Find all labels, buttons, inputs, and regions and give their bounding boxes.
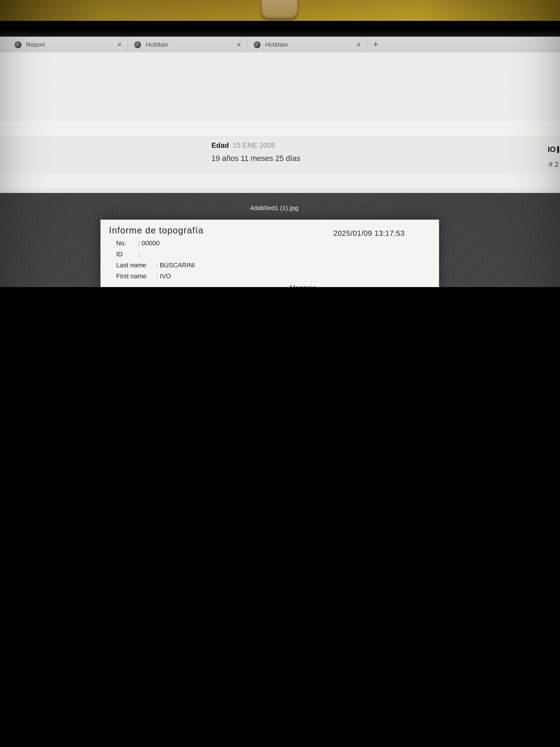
web-page-top: Edad15 ENE 2005 19 años 11 meses 25 días… — [0, 52, 560, 193]
info-value: : BUSCARINI — [156, 262, 195, 269]
right-edge-label: IO — [548, 145, 559, 154]
tab-label: HctMain — [146, 41, 237, 48]
monitor-bezel-top — [0, 21, 560, 36]
info-row-id: ID : — [116, 249, 195, 260]
info-label: No. — [116, 240, 138, 247]
globe-icon — [254, 41, 260, 48]
info-label: Last name — [116, 262, 156, 269]
patient-info: No. : 00000 ID : Last name : BUSCARINI F… — [116, 238, 195, 281]
globe-icon — [134, 41, 141, 48]
info-row-no: No. : 00000 — [116, 238, 195, 249]
webcam-bump — [262, 0, 298, 19]
info-value: : 00000 — [138, 240, 160, 247]
tab-close-icon[interactable]: ✕ — [237, 41, 241, 48]
info-value: : — [138, 251, 140, 258]
report-title: Informe de topografía — [109, 225, 204, 236]
new-tab-button[interactable]: + — [367, 36, 384, 52]
info-value: : IVO — [156, 273, 171, 280]
info-row-firstname: First name : IVO — [116, 271, 195, 282]
tab-report[interactable]: Report ✕ — [8, 36, 128, 52]
image-filename: 4dab0ed1 (1).jpg — [250, 204, 298, 211]
edad-row: Edad15 ENE 2005 — [211, 141, 275, 149]
age-text: 19 años 11 meses 25 días — [211, 154, 300, 163]
monitor-photo: Report ✕ HctMain ✕ HctMain ✕ + Edad15 EN… — [0, 0, 560, 287]
wall-strip — [0, 0, 560, 21]
globe-icon — [15, 41, 21, 48]
report-datetime: 2025/01/09 13:17:53 — [333, 229, 405, 238]
right-edge-number: # 2 — [549, 160, 559, 168]
clipped-glyph — [557, 146, 559, 153]
browser-tab-bar: Report ✕ HctMain ✕ HctMain ✕ + — [0, 36, 560, 52]
tab-close-icon[interactable]: ✕ — [356, 41, 361, 48]
tab-hctmain-1[interactable]: HctMain ✕ — [128, 36, 248, 52]
tab-label: HctMain — [265, 41, 356, 48]
tab-hctmain-2[interactable]: HctMain ✕ — [248, 36, 367, 52]
info-label: First name — [116, 273, 156, 280]
topography-report-page: Informe de topografía 2025/01/09 13:17:5… — [101, 220, 439, 287]
info-row-lastname: Last name : BUSCARINI — [116, 260, 195, 271]
image-viewer: 4dab0ed1 (1).jpg Informe de topografía 2… — [0, 193, 560, 287]
info-label: ID — [116, 251, 138, 258]
tab-label: Report — [26, 41, 117, 48]
birth-date: 15 ENE 2005 — [233, 141, 275, 149]
edad-label: Edad — [211, 141, 229, 149]
mensaje-label: Mensaje — [290, 283, 317, 287]
screen: Report ✕ HctMain ✕ HctMain ✕ + Edad15 EN… — [0, 36, 560, 287]
tab-close-icon[interactable]: ✕ — [117, 41, 122, 48]
